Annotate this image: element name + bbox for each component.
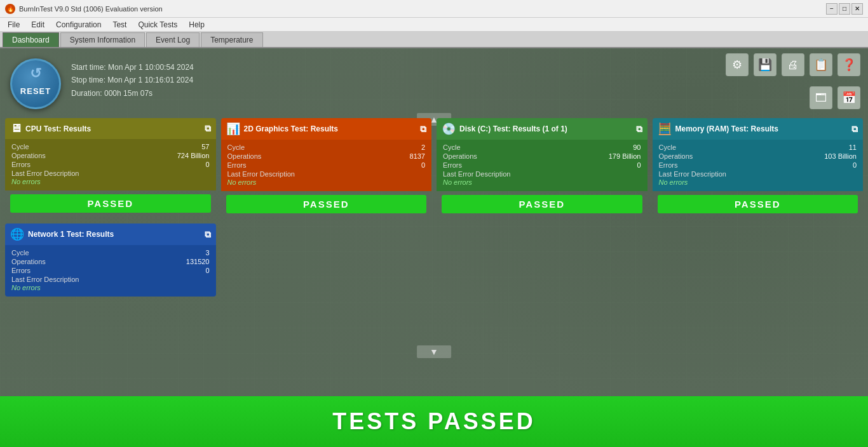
title-bar-text: BurnInTest V9.0 Std (1006) Evaluation ve… <box>19 5 163 13</box>
tests-passed-text: TESTS PASSED <box>332 408 535 435</box>
save-icon[interactable]: 💾 <box>754 53 776 76</box>
reset-area: RESET Start time: Mon Apr 1 10:00:54 202… <box>10 58 194 109</box>
cards-row-bottom: 🌐 Network 1 Test: Results ⧉ Cycle 3 Oper… <box>5 223 863 297</box>
menu-edit[interactable]: Edit <box>26 19 50 30</box>
cpu-errors-row: Errors 0 <box>11 161 210 168</box>
help-icon[interactable]: ❓ <box>837 53 860 76</box>
disk-test-card: 💿 Disk (C:) Test: Results (1 of 1) ⧉ Cyc… <box>437 118 648 218</box>
cpu-cycle-row: Cycle 57 <box>11 143 210 150</box>
maximize-button[interactable]: □ <box>839 3 850 15</box>
clipboard-icon[interactable]: 📋 <box>810 53 832 76</box>
app-icon: 🔥 <box>5 4 15 14</box>
graphics2d-card-title: 2D Graphics Test: Results <box>244 124 339 133</box>
cards-area: 🖥 CPU Test: Results ⧉ Cycle 57 Operation… <box>5 118 863 297</box>
graphics2d-cycle-row: Cycle 2 <box>227 143 426 151</box>
menu-bar: File Edit Configuration Test Quick Tests… <box>0 18 868 32</box>
tab-bar: Dashboard System Information Event Log T… <box>0 32 868 48</box>
close-button[interactable]: ✕ <box>851 3 863 15</box>
cpu-passed-badge: PASSED <box>10 194 211 213</box>
print-icon[interactable]: 🖨 <box>782 53 804 76</box>
graphics2d-test-card: 📊 2D Graphics Test: Results ⧉ Cycle 2 Op… <box>221 118 432 218</box>
disk-passed-badge: PASSED <box>442 195 642 213</box>
tab-dashboard[interactable]: Dashboard <box>3 32 59 47</box>
network-operations-row: Operations 131520 <box>11 258 210 265</box>
cpu-card-header: 🖥 CPU Test: Results ⧉ <box>5 118 216 139</box>
reset-button[interactable]: RESET <box>10 58 61 109</box>
network-card-title: Network 1 Test: Results <box>28 230 114 239</box>
memory-card-header: 🧮 Memory (RAM) Test: Results ⧉ <box>653 118 864 140</box>
toolbar-secondary: 🗔 📅 <box>810 86 860 109</box>
network-card-body: Cycle 3 Operations 131520 Errors 0 Last … <box>5 245 216 297</box>
disk-cycle-row: Cycle 90 <box>443 143 641 151</box>
main-content: ⚙ 💾 🖨 📋 ❓ 🗔 📅 RESET Start time: Mon Apr … <box>0 48 868 447</box>
tests-passed-banner: TESTS PASSED <box>0 396 868 447</box>
network-icon: 🌐 <box>10 227 24 241</box>
cpu-operations-row: Operations 724 Billion <box>11 152 210 159</box>
network-card-header: 🌐 Network 1 Test: Results ⧉ <box>5 223 216 245</box>
graphics2d-errors-row: Errors 0 <box>227 161 426 169</box>
disk-card-title: Disk (C:) Test: Results (1 of 1) <box>459 124 567 133</box>
title-bar: 🔥 BurnInTest V9.0 Std (1006) Evaluation … <box>0 0 868 18</box>
memory-expand-icon[interactable]: ⧉ <box>851 124 858 135</box>
window-controls: − □ ✕ <box>826 3 863 15</box>
graphics2d-card-body: Cycle 2 Operations 8137 Errors 0 Last Er… <box>221 140 432 191</box>
graphics2d-card-header: 📊 2D Graphics Test: Results ⧉ <box>221 118 432 140</box>
network-test-card: 🌐 Network 1 Test: Results ⧉ Cycle 3 Oper… <box>5 223 216 297</box>
cards-row-top: 🖥 CPU Test: Results ⧉ Cycle 57 Operation… <box>5 118 863 218</box>
network-card-wrap: 🌐 Network 1 Test: Results ⧉ Cycle 3 Oper… <box>5 223 216 297</box>
memory-operations-row: Operations 103 Billion <box>659 152 857 160</box>
network-cycle-row: Cycle 3 <box>11 249 210 257</box>
menu-help[interactable]: Help <box>184 19 210 30</box>
session-info: Start time: Mon Apr 1 10:00:54 2024 Stop… <box>71 58 194 100</box>
menu-configuration[interactable]: Configuration <box>51 19 106 30</box>
toolbar: ⚙ 💾 🖨 📋 ❓ <box>726 53 860 76</box>
stop-time: Stop time: Mon Apr 1 10:16:01 2024 <box>71 74 194 86</box>
memory-errors-row: Errors 0 <box>659 161 857 169</box>
disk-errors-row: Errors 0 <box>443 161 641 169</box>
tab-temperature[interactable]: Temperature <box>201 32 262 47</box>
duration: Duration: 000h 15m 07s <box>71 87 194 100</box>
network-errors-row: Errors 0 <box>11 267 210 274</box>
disk-icon: 💿 <box>442 122 456 136</box>
cpu-test-card: 🖥 CPU Test: Results ⧉ Cycle 57 Operation… <box>5 118 216 218</box>
memory-test-card: 🧮 Memory (RAM) Test: Results ⧉ Cycle 11 … <box>653 118 864 218</box>
menu-quick-tests[interactable]: Quick Tests <box>133 19 182 30</box>
window-layout-icon[interactable]: 🗔 <box>810 86 832 109</box>
tab-event-log[interactable]: Event Log <box>146 32 200 47</box>
menu-file[interactable]: File <box>3 19 25 30</box>
memory-card-body: Cycle 11 Operations 103 Billion Errors 0… <box>653 140 864 191</box>
cpu-icon: 🖥 <box>10 122 22 135</box>
start-time: Start time: Mon Apr 1 10:00:54 2024 <box>71 61 194 74</box>
disk-card-header: 💿 Disk (C:) Test: Results (1 of 1) ⧉ <box>437 118 648 140</box>
graphics2d-icon: 📊 <box>226 122 240 136</box>
graphics2d-operations-row: Operations 8137 <box>227 152 426 160</box>
graphics2d-passed-badge: PASSED <box>226 195 427 213</box>
memory-card-title: Memory (RAM) Test: Results <box>675 124 778 133</box>
memory-passed-badge: PASSED <box>658 195 858 213</box>
scroll-down-button[interactable]: ▼ <box>417 345 451 358</box>
menu-test[interactable]: Test <box>107 19 132 30</box>
memory-cycle-row: Cycle 11 <box>659 143 857 151</box>
calendar-icon[interactable]: 📅 <box>837 86 860 109</box>
memory-icon: 🧮 <box>658 122 672 136</box>
cpu-card-title: CPU Test: Results <box>25 124 91 133</box>
graphics2d-expand-icon[interactable]: ⧉ <box>420 124 426 135</box>
disk-card-body: Cycle 90 Operations 179 Billion Errors 0… <box>437 140 648 191</box>
cpu-card-body: Cycle 57 Operations 724 Billion Errors 0… <box>5 139 216 190</box>
disk-operations-row: Operations 179 Billion <box>443 152 641 160</box>
minimize-button[interactable]: − <box>826 3 837 15</box>
cpu-expand-icon[interactable]: ⧉ <box>205 123 211 134</box>
tab-system-information[interactable]: System Information <box>60 32 145 47</box>
settings-icon[interactable]: ⚙ <box>726 53 749 76</box>
disk-expand-icon[interactable]: ⧉ <box>636 124 642 135</box>
network-expand-icon[interactable]: ⧉ <box>205 229 211 240</box>
reset-label: RESET <box>20 86 51 96</box>
